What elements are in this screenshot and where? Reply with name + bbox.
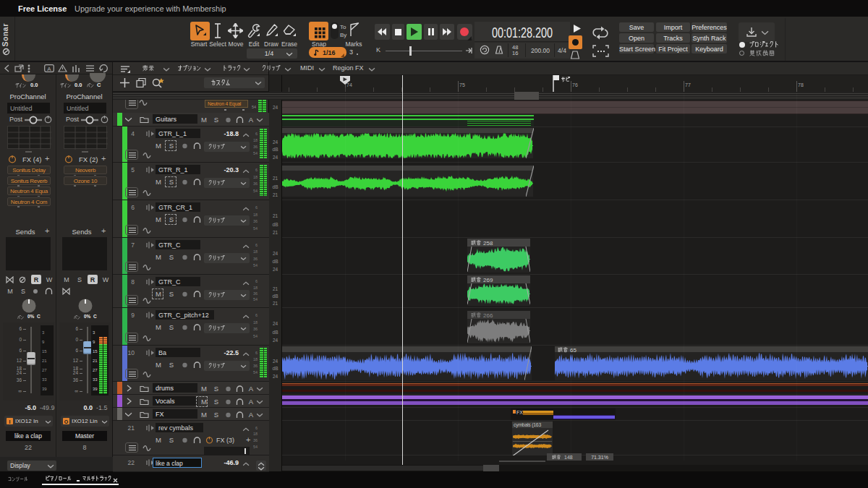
- svg-text:A: A: [47, 66, 51, 72]
